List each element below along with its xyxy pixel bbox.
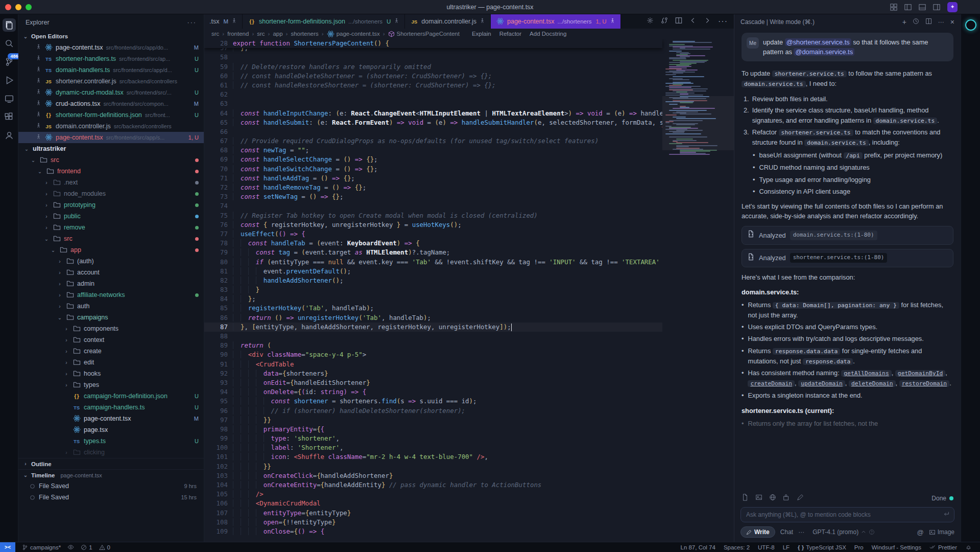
code-line-66[interactable]: 66 (204, 127, 662, 136)
mcp-tools-icon[interactable] (783, 494, 790, 503)
code-line-106[interactable]: 106 <DynamicCrudModal (204, 499, 662, 508)
code-line-101[interactable]: 101 icon: <Shuffle className="mr-2 h-4 w… (204, 452, 662, 462)
customize-icon[interactable] (797, 494, 804, 503)
breadcrumb-file[interactable]: page-content.tsx (327, 30, 380, 38)
extensions-icon[interactable] (3, 110, 16, 124)
toggle-sidebar-icon[interactable] (904, 4, 912, 11)
history-icon[interactable] (913, 18, 919, 26)
watch-icon[interactable] (67, 544, 74, 550)
code-line-79[interactable]: 79 const tag = (event.target as HTMLElem… (204, 248, 662, 257)
maximize-window-button[interactable] (26, 4, 32, 10)
indentation-item[interactable]: Spaces: 2 (724, 544, 750, 550)
cascade-app-icon[interactable] (965, 19, 976, 31)
cursor-position-item[interactable]: Ln 87, Col 74 (680, 544, 715, 550)
timeline-event[interactable]: File Saved15 hrs (18, 492, 204, 503)
breadcrumb-segment[interactable]: src (257, 31, 265, 37)
open-editor-item[interactable]: dynamic-crud-modal.tsxsrc/frontend/src/.… (18, 87, 204, 98)
code-line-93[interactable]: 93 onEdit={handleEditShortener} (204, 378, 662, 387)
code-line-91[interactable]: 91 <CrudTable (204, 360, 662, 369)
code-line-81[interactable]: 81 event.preventDefault(); (204, 267, 662, 276)
settings-gear-icon[interactable] (647, 17, 654, 26)
go-back-icon[interactable] (689, 17, 697, 26)
encoding-item[interactable]: UTF-8 (758, 544, 775, 550)
errors-item[interactable]: 1 (81, 544, 92, 550)
tool-call-card[interactable]: Analyzedshortener.service.ts:(1-80) (742, 249, 953, 267)
account-icon[interactable] (3, 129, 16, 142)
breadcrumb-symbol[interactable]: ShortenersPageContent (388, 31, 460, 37)
language-mode-item[interactable]: { } TypeScript JSX (798, 544, 846, 550)
close-cascade-icon[interactable]: × (950, 18, 954, 26)
analyzed-file-chip[interactable]: shortener.service.ts:(1-80) (790, 253, 888, 263)
code-line-92[interactable]: 92 data={shorteners} (204, 369, 662, 378)
breadcrumb-segment[interactable]: src (211, 31, 219, 37)
compare-changes-icon[interactable] (661, 17, 668, 26)
notifications-bell-icon[interactable] (965, 544, 972, 550)
code-line-98[interactable]: 98 primaryEntity={{ (204, 425, 662, 434)
file-mention[interactable]: @domain.service.ts (794, 48, 854, 56)
code-line-108[interactable]: 108 open={!!entityType} (204, 518, 662, 527)
editor-tab-.tsx[interactable]: .tsxM (204, 14, 243, 29)
tool-call-card[interactable]: Analyzeddomain.service.ts:(1-80) (742, 226, 953, 244)
timeline-event[interactable]: File Saved9 hrs (18, 480, 204, 492)
tree-item-page.tsx[interactable]: page.tsx (18, 424, 204, 435)
toggle-panel-icon[interactable] (919, 4, 926, 11)
model-selector[interactable]: GPT-4.1 (promo) (812, 528, 875, 536)
pin-icon[interactable] (231, 18, 237, 25)
code-line-109[interactable]: 109 onClose={() => { (204, 527, 662, 536)
symbol-link[interactable]: getDomainById (895, 370, 945, 377)
tree-item-app[interactable]: ⌄app (18, 244, 204, 256)
code-line-96[interactable]: 96 // if (shortener) handleDeleteShorten… (204, 406, 662, 416)
eol-item[interactable]: LF (783, 544, 790, 550)
code-line-68[interactable]: 68 const newTag = ""; (204, 146, 662, 155)
code-line-72[interactable]: 72 const handleRemoveTag = () => {}; (204, 183, 662, 192)
code-line-63[interactable]: 63 (204, 99, 662, 108)
cascade-toggle-icon[interactable]: ✦ (947, 2, 958, 12)
search-icon[interactable] (3, 37, 16, 50)
pin-icon[interactable] (36, 100, 41, 107)
code-action-explain[interactable]: Explain (472, 31, 491, 37)
open-editor-item[interactable]: JSshortener.controller.jssrc/backend/con… (18, 76, 204, 87)
tree-item-ultrastriker[interactable]: ⌄ultrastriker (18, 143, 204, 154)
code-action-refactor[interactable]: Refactor (499, 31, 521, 37)
code-line-58[interactable]: 58 (204, 53, 662, 62)
symbol-link[interactable]: getAllDomains (841, 370, 891, 377)
pin-icon[interactable] (36, 134, 41, 141)
code-line-77[interactable]: 77 useEffect(() => { (204, 229, 662, 239)
symbol-link[interactable]: deleteDomain (849, 380, 896, 387)
tree-item-context[interactable]: ›context (18, 334, 204, 346)
open-editor-item[interactable]: TSshortener-handlers.tssrc/frontend/src/… (18, 53, 204, 64)
code-line-64[interactable]: 64 const handleInputChange: (e: React.Ch… (204, 109, 662, 118)
code-line-102[interactable]: 102 }} (204, 462, 662, 471)
code-line-89[interactable]: 89 return ( (204, 341, 662, 350)
image-upload-button[interactable]: Image (929, 528, 954, 536)
window-controls[interactable] (5, 4, 32, 10)
tree-item-types.ts[interactable]: TStypes.tsU (18, 435, 204, 447)
warnings-item[interactable]: 0 (99, 544, 110, 550)
toggle-secondary-sidebar-icon[interactable] (933, 4, 940, 11)
code-line-97[interactable]: 97 }} (204, 416, 662, 425)
tree-item-clicking[interactable]: ›clicking (18, 447, 204, 458)
tree-item-edit[interactable]: ›edit (18, 357, 204, 368)
editor-tab-domain.controller.js[interactable]: JSdomain.controller.js (405, 14, 491, 29)
tree-item-node_modules[interactable]: ›node_modules (18, 188, 204, 199)
tree-item-types[interactable]: ›types (18, 379, 204, 390)
pin-icon[interactable] (610, 18, 615, 25)
open-editor-item[interactable]: page-content.tsxsrc/frontend/src/app/do.… (18, 42, 204, 53)
code-line-95[interactable]: 95 const shortener = shorteners.find(s =… (204, 397, 662, 406)
tree-item-account[interactable]: ›account (18, 267, 204, 278)
code-line-83[interactable]: 83 } (204, 285, 662, 294)
code-line-67[interactable]: 67 // Provide required CrudDialogProps a… (204, 136, 662, 146)
code-line-60[interactable]: 60 // const handleDeleteShortener = (sho… (204, 72, 662, 81)
tree-item-src[interactable]: ⌄src (18, 154, 204, 166)
git-branch-item[interactable]: campaigns* (22, 544, 61, 550)
mode-more-icon[interactable]: ··· (798, 528, 804, 536)
tree-item-create[interactable]: ›create (18, 346, 204, 357)
analyzed-file-chip[interactable]: domain.service.ts:(1-80) (790, 231, 877, 240)
file-mention[interactable]: @shortener.service.ts (785, 38, 851, 46)
tree-item-prototyping[interactable]: ›prototyping (18, 199, 204, 211)
code-line-94[interactable]: 94 onDelete={(id: string) => { (204, 387, 662, 397)
open-editor-item[interactable]: JSdomain.controller.jssrc/backend/contro… (18, 121, 204, 132)
sticky-scroll-line[interactable]: 28export function ShortenersPageContent(… (204, 39, 662, 48)
image-attach-icon[interactable] (755, 494, 762, 503)
add-file-icon[interactable] (742, 494, 749, 503)
